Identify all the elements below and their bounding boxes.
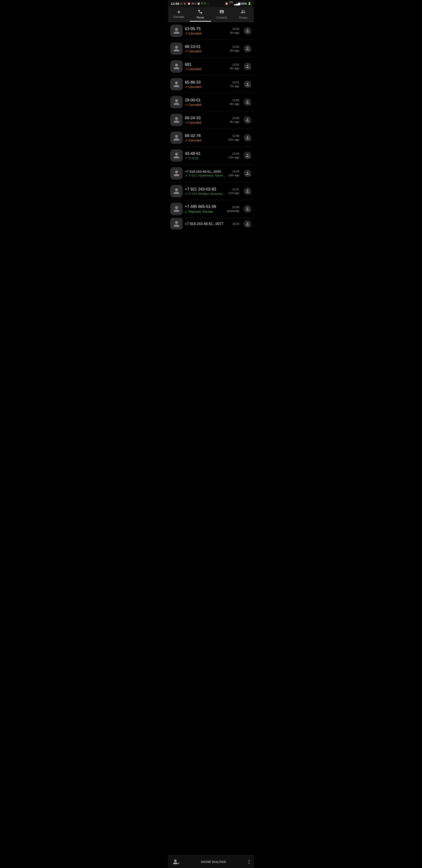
- call-item[interactable]: +7 495 665-51-59 ↙ Rejected, Москва 20:0…: [168, 200, 254, 218]
- status-l2-icon: Л: [204, 2, 205, 5]
- time-main: 13:50: [232, 98, 239, 102]
- avatar: [170, 96, 183, 108]
- avatar: [170, 218, 183, 229]
- status-label: Canceled: [188, 67, 201, 71]
- rejected-arrow-icon: ↙: [185, 209, 188, 214]
- call-time: 13:52 6m ago: [230, 45, 239, 52]
- status-alarm3-icon: ⏰: [225, 2, 228, 5]
- call-item[interactable]: +7 818 243-48-61,,,0055 ↗ ⏱ 0:17, Арханг…: [168, 164, 254, 182]
- call-info: 43-48-61 ↗ ⏱ 0:13: [185, 151, 226, 160]
- tab-bar: ★ Favorites Phone Contacts Groups: [168, 7, 254, 22]
- call-item[interactable]: 68-32-78 ↗ Canceled 13:46 12m ago +: [168, 129, 254, 147]
- status-dots-icon: ···: [206, 2, 209, 5]
- add-contact-button[interactable]: +: [243, 27, 252, 35]
- avatar: [170, 60, 183, 72]
- status-bar: 13:59 ⚠ 🦅 ⏰ 88.3 ⏰ Л Л ··· ⏰ LTE↕ ▂▄▆ 63…: [168, 0, 254, 7]
- call-time: 13:45 13m ago: [228, 152, 239, 159]
- outgoing-arrow-icon: ↗: [185, 156, 188, 160]
- time-ago: 8m ago: [230, 102, 239, 105]
- avatar: [170, 167, 183, 180]
- avatar: [170, 42, 183, 55]
- call-item[interactable]: +7 818 243-48-61...0077 18:26 +: [168, 218, 254, 229]
- dot-icon: [249, 860, 250, 861]
- groups-icon: [241, 9, 246, 15]
- time-ago: 17m ago: [228, 191, 239, 195]
- status-battery-text: 63%: [241, 2, 247, 5]
- time-ago: 5m ago: [230, 31, 239, 34]
- add-new-contact-button[interactable]: +: [172, 859, 178, 865]
- call-time: 13:46 12m ago: [228, 134, 239, 141]
- tab-phone[interactable]: Phone: [190, 7, 211, 22]
- status-label: Canceled: [188, 121, 201, 124]
- add-contact-button[interactable]: +: [243, 220, 252, 228]
- call-item[interactable]: 29-00-01 ↗ Canceled 13:50 8m ago +: [168, 93, 254, 111]
- add-contact-button[interactable]: +: [243, 44, 252, 53]
- status-battery-icon: 🔋: [248, 2, 251, 5]
- status-label: Canceled: [188, 103, 201, 106]
- time-ago: 9m ago: [230, 120, 239, 123]
- add-contact-button[interactable]: +: [243, 205, 252, 213]
- call-info: 681 ↗ Canceled: [185, 62, 228, 71]
- call-number: +7 818 243-48-61...0077: [185, 222, 230, 226]
- call-item[interactable]: 68-10-01 ↗ Canceled 13:52 6m ago +: [168, 40, 254, 58]
- tab-favorites[interactable]: ★ Favorites: [168, 7, 190, 22]
- call-item[interactable]: 63-95-75 ↗ Canceled 13:53 5m ago +: [168, 22, 254, 40]
- call-item[interactable]: +7 921 243-02-83 ↗ ⏱ 0:44, Мегафон Архан…: [168, 182, 254, 200]
- call-status: ↗ Canceled: [185, 138, 226, 142]
- call-number: +7 921 243-02-83: [185, 187, 226, 192]
- call-item[interactable]: 65-86-33 ↗ Canceled 13:51 7m ago +: [168, 75, 254, 93]
- outgoing-arrow-icon: ↗: [185, 121, 188, 124]
- call-info: 68-32-78 ↗ Canceled: [185, 133, 226, 142]
- tab-contacts[interactable]: Contacts: [211, 7, 232, 22]
- person-plus-icon: +: [244, 134, 251, 142]
- add-contact-button[interactable]: +: [243, 62, 252, 71]
- add-contact-button[interactable]: +: [243, 116, 252, 124]
- call-status: ↗ ⏱ 0:17, Архангельск, Архангельская...: [185, 174, 226, 177]
- contacts-icon: [219, 9, 224, 15]
- tab-groups[interactable]: Groups: [232, 7, 254, 22]
- status-label: Canceled: [188, 32, 201, 35]
- add-contact-button[interactable]: +: [243, 187, 252, 195]
- call-status: ↗ Canceled: [185, 121, 228, 124]
- time-main: 13:46: [232, 134, 239, 137]
- status-label: Canceled: [188, 138, 201, 142]
- outgoing-arrow-icon: ↗: [185, 32, 188, 35]
- add-contact-button[interactable]: +: [243, 151, 252, 160]
- time-main: 13:52: [232, 45, 239, 49]
- status-l1-icon: Л: [201, 2, 203, 5]
- time-main: 13:45: [232, 152, 239, 155]
- call-list: 63-95-75 ↗ Canceled 13:53 5m ago + 68-10…: [168, 22, 254, 243]
- dot-icon: [249, 863, 250, 864]
- outgoing-arrow-icon: ↗: [185, 67, 188, 71]
- call-status: ↗ Canceled: [185, 50, 228, 53]
- status-alarm1-icon: ⏰: [188, 2, 191, 5]
- tab-phone-label: Phone: [196, 16, 204, 19]
- call-time: 13:45 13m ago: [228, 170, 239, 177]
- outgoing-arrow-icon: ↗: [185, 138, 188, 142]
- call-item[interactable]: 681 ↗ Canceled 13:52 6m ago +: [168, 58, 254, 75]
- add-contact-button[interactable]: +: [243, 80, 252, 88]
- person-plus-icon: +: [244, 116, 251, 124]
- add-contact-plus-icon: +: [178, 862, 180, 865]
- favorites-icon: ★: [177, 9, 181, 14]
- call-info: 69-24-33 ↗ Canceled: [185, 116, 228, 124]
- call-number: 69-24-33: [185, 116, 228, 120]
- call-item[interactable]: 69-24-33 ↗ Canceled 13:49 9m ago +: [168, 111, 254, 129]
- call-info: +7 818 243-48-61...0077: [185, 222, 230, 226]
- call-number: 681: [185, 62, 228, 67]
- add-contact-button[interactable]: +: [243, 169, 252, 178]
- more-options-button[interactable]: [249, 860, 250, 864]
- call-time: 13:49 9m ago: [230, 116, 239, 123]
- call-item[interactable]: 43-48-61 ↗ ⏱ 0:13 13:45 13m ago +: [168, 147, 254, 164]
- time-main: 13:45: [232, 170, 239, 173]
- add-contact-button[interactable]: +: [243, 98, 252, 106]
- person-plus-icon: +: [244, 63, 251, 70]
- call-number: +7 495 665-51-59: [185, 204, 225, 209]
- time-ago: 6m ago: [230, 49, 239, 52]
- person-plus-icon: +: [244, 152, 251, 159]
- show-dialpad-button[interactable]: SHOW DIALPAD: [201, 860, 226, 864]
- call-status: ↗ Canceled: [185, 32, 228, 35]
- person-plus-icon: +: [244, 98, 251, 106]
- person-plus-icon: +: [244, 205, 251, 213]
- add-contact-button[interactable]: +: [243, 133, 252, 142]
